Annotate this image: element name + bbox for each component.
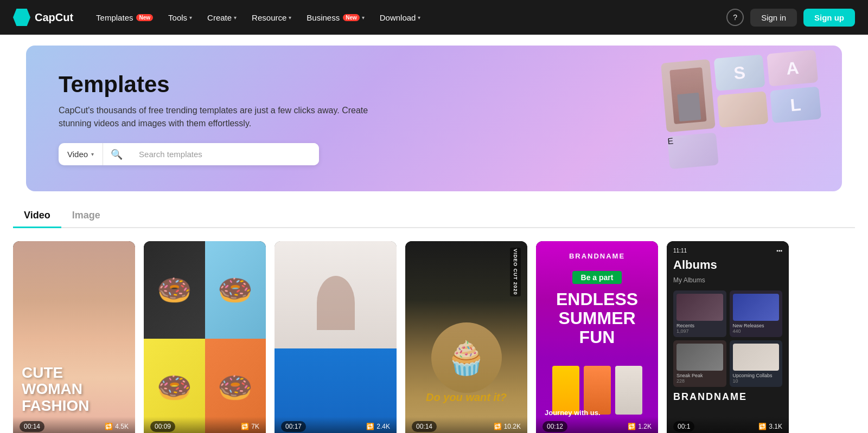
template-card-6[interactable]: 11:11 ▪▪▪ Albums My Albums Recents 1,097… — [667, 241, 789, 433]
album-count-upcoming: 10 — [733, 378, 780, 384]
hero-banner: Templates CapCut's thousands of free tre… — [26, 46, 842, 191]
nav-business-badge: New — [343, 14, 360, 21]
card6-brandname: BRANDNAME — [673, 391, 782, 403]
album-count-recents: 1,097 — [676, 328, 723, 334]
card4-duration: 00:14 — [412, 421, 437, 432]
card5-overlay: 00:12 🔁 1.2K — [536, 417, 658, 433]
nav-item-business[interactable]: Business New ▾ — [301, 10, 369, 25]
card1-likes: 🔁 4.5K — [105, 423, 129, 430]
content-section: Video Image — [0, 191, 868, 228]
album-thumb-recents: Recents 1,097 — [673, 290, 726, 337]
signup-button[interactable]: Sign up — [803, 9, 855, 27]
nav-business-chevron: ▾ — [362, 15, 365, 21]
template-card-3[interactable]: 00:17 🔁 2.4K — [275, 241, 397, 433]
kid-figure-3 — [615, 366, 642, 415]
template-card-5[interactable]: BRANDNAME Be a part ENDLESSSUMMERFUN Jou… — [536, 241, 658, 433]
card1-title: CUTEWOMANFASHION — [22, 365, 89, 415]
heart-icon-1: 🔁 — [105, 423, 113, 430]
donut-cell-blue: 🍩 — [205, 241, 266, 339]
heart-icon-6: 🔁 — [758, 423, 767, 430]
search-type-label: Video — [67, 150, 88, 159]
template-card-2[interactable]: 🍩 🍩 🍩 🍩 00:09 🔁 7K — [144, 241, 266, 433]
nav-templates-label: Templates — [96, 13, 133, 22]
nav-business-label: Business — [307, 13, 340, 22]
card1-likes-count: 4.5K — [115, 423, 129, 430]
card6-duration: 00:1 — [673, 421, 694, 432]
card1-duration: 00:14 — [20, 421, 44, 432]
card4-likes: 🔁 10.2K — [494, 423, 521, 430]
nav-resource-chevron: ▾ — [289, 15, 291, 21]
nav-item-resource[interactable]: Resource ▾ — [246, 10, 297, 25]
donut-emoji-4: 🍩 — [218, 371, 253, 404]
card6-status-bar: 11:11 ▪▪▪ — [673, 248, 782, 254]
card3-duration: 00:17 — [281, 421, 306, 432]
food-emoji: 🧁 — [446, 339, 487, 377]
templates-grid: CUTEWOMANFASHION 00:14 🔁 4.5K 🍩 🍩 � — [0, 241, 868, 433]
nav-tools-label: Tools — [168, 13, 187, 22]
card4-title: Do you want it? — [426, 391, 507, 404]
card3-overlay: 00:17 🔁 2.4K — [275, 417, 397, 433]
heart-icon-4: 🔁 — [494, 423, 502, 430]
template-card-1[interactable]: CUTEWOMANFASHION 00:14 🔁 4.5K — [13, 241, 135, 433]
card5-journey: Journey with us. — [545, 409, 601, 417]
hero-deco-img-3: A — [767, 50, 818, 87]
nav-item-tools[interactable]: Tools ▾ — [163, 10, 197, 25]
heart-icon-5: 🔁 — [628, 423, 636, 430]
nav-resource-label: Resource — [252, 13, 286, 22]
person-shape — [317, 276, 355, 330]
nav-tools-chevron: ▾ — [189, 15, 192, 21]
kid-figure-2 — [584, 366, 611, 415]
card3-likes-count: 2.4K — [376, 423, 390, 430]
card6-likes-count: 3.1K — [769, 423, 782, 430]
food-circle: 🧁 — [431, 322, 502, 393]
template-card-4[interactable]: VIDEO CUT 2020 🧁 Do you want it? 00:14 🔁… — [405, 241, 527, 433]
card5-duration: 00:12 — [542, 421, 567, 432]
album-label-new: New Releases — [733, 323, 780, 328]
hero-deco-img-6: E — [667, 132, 719, 169]
hero-deco-img-1 — [661, 59, 716, 132]
nav-download-chevron: ▾ — [418, 15, 420, 21]
album-img-upcoming — [733, 344, 780, 371]
donut-emoji-2: 🍩 — [218, 274, 253, 307]
album-thumb-sneak: Sneak Peak 228 — [673, 340, 726, 387]
card6-album-grid: Recents 1,097 New Releases 440 Sneak Pea… — [673, 290, 782, 387]
help-button[interactable]: ? — [726, 9, 744, 26]
album-label-sneak: Sneak Peak — [676, 373, 723, 378]
search-type-chevron: ▾ — [91, 151, 94, 157]
nav-templates-badge: New — [136, 14, 153, 21]
hero-content: Templates CapCut's thousands of free tre… — [59, 72, 384, 165]
nav-item-create[interactable]: Create ▾ — [202, 10, 242, 25]
card1-overlay: 00:14 🔁 4.5K — [13, 417, 135, 433]
hero-description: CapCut's thousands of free trending temp… — [59, 104, 384, 130]
card4-overlay: 00:14 🔁 10.2K — [405, 417, 527, 433]
tab-video[interactable]: Video — [13, 204, 61, 228]
tab-video-label: Video — [24, 210, 50, 221]
album-label-upcoming: Upcoming Collabs — [733, 373, 780, 378]
album-thumb-new: New Releases 440 — [730, 290, 783, 337]
album-img-recents — [676, 294, 723, 321]
search-input[interactable] — [130, 143, 319, 165]
card2-duration: 00:09 — [150, 421, 175, 432]
card5-likes: 🔁 1.2K — [628, 423, 652, 430]
nav-item-download[interactable]: Download ▾ — [374, 10, 426, 25]
album-img-sneak — [676, 344, 723, 371]
logo-icon — [13, 9, 30, 26]
nav-item-templates[interactable]: Templates New — [91, 10, 158, 25]
logo[interactable]: CapCut — [13, 9, 73, 26]
card4-content: 🧁 — [405, 322, 527, 393]
tab-image-label: Image — [72, 210, 100, 221]
signin-button[interactable]: Sign in — [750, 9, 797, 27]
tab-image[interactable]: Image — [61, 204, 111, 228]
heart-icon-2: 🔁 — [241, 423, 249, 430]
card4-likes-count: 10.2K — [504, 423, 521, 430]
card6-albums-title: Albums — [673, 258, 782, 272]
card6-likes: 🔁 3.1K — [758, 423, 782, 430]
card5-likes-count: 1.2K — [638, 423, 652, 430]
card3-person — [275, 241, 397, 354]
donut-emoji-1: 🍩 — [157, 274, 192, 307]
card2-likes: 🔁 7K — [241, 423, 259, 430]
heart-icon-3: 🔁 — [366, 423, 374, 430]
album-thumb-upcoming: Upcoming Collabs 10 — [730, 340, 783, 387]
card6-time: 11:11 — [673, 248, 687, 254]
search-type-dropdown[interactable]: Video ▾ — [59, 143, 103, 165]
